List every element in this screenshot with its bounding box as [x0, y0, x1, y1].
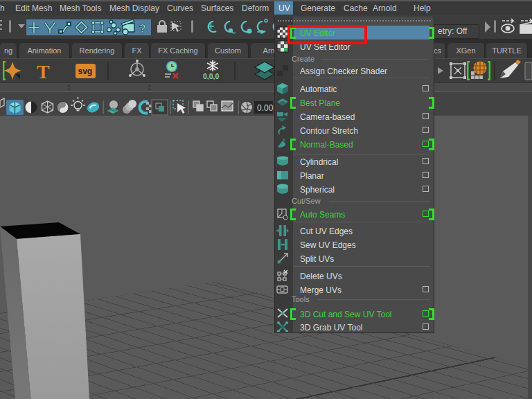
svg-text:0,0,0: 0,0,0: [203, 72, 220, 80]
svg-text:svg: svg: [78, 66, 93, 76]
svg-text:0.00: 0.00: [257, 103, 274, 113]
svg-text:T: T: [37, 61, 50, 82]
svg-text:?: ?: [139, 22, 146, 35]
